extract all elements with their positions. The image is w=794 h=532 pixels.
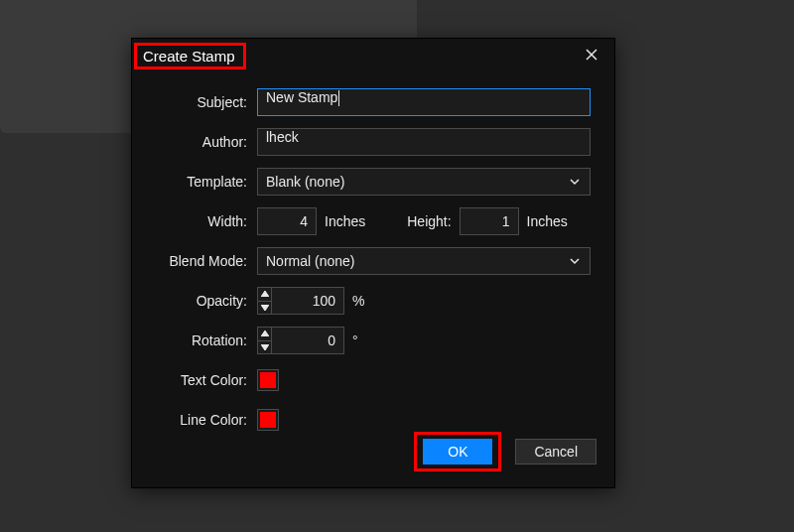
rotation-input[interactable] (271, 327, 344, 354)
svg-marker-5 (261, 344, 269, 350)
rotation-step-up[interactable] (258, 328, 271, 340)
rotation-spinner (257, 327, 271, 354)
close-button[interactable] (575, 41, 608, 68)
height-unit: Inches (527, 213, 568, 229)
ok-highlight: OK (414, 432, 501, 471)
create-stamp-dialog: Create Stamp Subject: New Stamp Author: … (131, 38, 615, 488)
text-cursor (338, 90, 339, 106)
titlebar: Create Stamp (132, 39, 614, 70)
width-input[interactable] (257, 207, 317, 235)
subject-input[interactable]: New Stamp (257, 88, 591, 116)
width-unit: Inches (325, 213, 365, 229)
ok-button[interactable]: OK (423, 439, 492, 465)
opacity-label: Opacity: (132, 293, 257, 309)
template-label: Template: (132, 174, 257, 190)
template-value: Blank (none) (266, 174, 344, 190)
author-input[interactable]: lheck (257, 128, 591, 156)
rotation-unit: ° (352, 332, 358, 348)
dialog-buttons: OK Cancel (414, 432, 596, 471)
rotation-step-down[interactable] (258, 340, 271, 354)
template-select[interactable]: Blank (none) (257, 168, 591, 196)
subject-label: Subject: (132, 94, 257, 110)
opacity-unit: % (352, 293, 364, 309)
text-color-swatch[interactable] (257, 369, 279, 391)
height-label: Height: (407, 213, 451, 229)
blend-mode-select[interactable]: Normal (none) (257, 247, 591, 275)
chevron-down-icon (568, 254, 582, 268)
author-value: lheck (266, 129, 299, 145)
svg-marker-3 (261, 305, 269, 311)
svg-marker-4 (261, 331, 269, 336)
opacity-step-up[interactable] (258, 288, 271, 301)
blend-mode-value: Normal (none) (266, 253, 354, 269)
dialog-title: Create Stamp (134, 43, 246, 69)
line-color-label: Line Color: (132, 412, 257, 428)
close-icon (585, 48, 598, 62)
author-label: Author: (132, 134, 257, 150)
form: Subject: New Stamp Author: lheck Templat… (132, 70, 614, 434)
blend-mode-label: Blend Mode: (132, 253, 257, 269)
cancel-button[interactable]: Cancel (515, 439, 596, 465)
line-color-value (260, 412, 276, 428)
opacity-spinner (257, 287, 271, 315)
svg-marker-2 (261, 291, 269, 297)
opacity-input[interactable] (271, 287, 344, 315)
text-color-label: Text Color: (132, 372, 257, 388)
subject-value: New Stamp (266, 89, 337, 105)
text-color-value (260, 372, 276, 388)
opacity-step-down[interactable] (258, 301, 271, 315)
height-input[interactable] (460, 207, 519, 235)
rotation-label: Rotation: (132, 332, 257, 348)
line-color-swatch[interactable] (257, 409, 279, 431)
width-label: Width: (132, 213, 257, 229)
chevron-down-icon (568, 175, 582, 189)
